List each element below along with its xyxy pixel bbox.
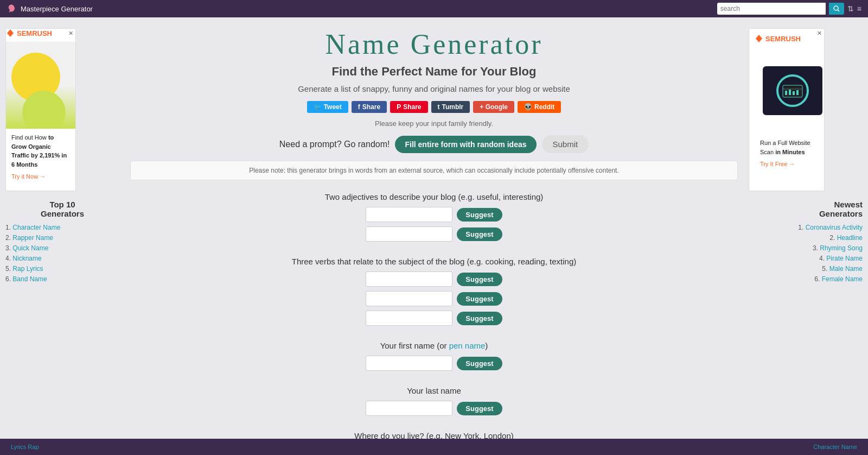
adjective1-suggest-button[interactable]: Suggest	[457, 208, 502, 222]
newest-gen-rank-3: 3.	[813, 244, 820, 252]
tweet-button[interactable]: 🐦 Tweet	[307, 101, 348, 113]
character-name-link[interactable]: Character Name	[813, 444, 857, 450]
verb1-suggest-button[interactable]: Suggest	[457, 273, 502, 286]
top-gen-rank-1: 1.	[5, 224, 12, 231]
newest-gen-item-6: 6. Female Name	[749, 275, 863, 283]
newest-gen-link-5[interactable]: Male Name	[829, 265, 863, 273]
newest-gen-rank-4: 4.	[819, 255, 826, 262]
top-gen-rank-3: 3.	[5, 244, 12, 252]
top-gen-link-1[interactable]: Character Name	[12, 224, 60, 231]
header: Masterpiece Generator ⇅ ≡	[0, 0, 868, 17]
google-button[interactable]: + Google	[473, 101, 514, 113]
adjective1-row: Suggest	[130, 207, 738, 222]
newest-gen-link-6[interactable]: Female Name	[822, 275, 863, 283]
pinterest-share-label: Share	[403, 103, 421, 111]
search-input[interactable]	[717, 3, 826, 15]
adjective2-input[interactable]	[366, 226, 452, 242]
ad-text-left: Find out How to Grow Organic Traffic by …	[6, 129, 75, 173]
menu-icon[interactable]: ≡	[857, 4, 861, 13]
firstname-label-suffix: )	[485, 341, 488, 350]
verb1-row: Suggest	[130, 271, 738, 287]
semrush-logo-right: SEMRUSH	[755, 34, 819, 43]
page-description: Generate a list of snappy, funny and ori…	[130, 84, 738, 93]
search-icon	[833, 5, 840, 12]
top-gen-link-5[interactable]: Rap Lyrics	[12, 265, 43, 273]
top-gen-item-4: 4. Nickname	[5, 255, 119, 262]
social-buttons: 🐦 Tweet f Share P Share t Tumblr + Googl…	[130, 101, 738, 113]
adjective1-input[interactable]	[366, 207, 452, 222]
verbs-section: Three verbs that relate to the subject o…	[130, 257, 738, 326]
page-title: Name Generator	[130, 28, 738, 60]
verb2-suggest-button[interactable]: Suggest	[457, 292, 502, 306]
verb1-input[interactable]	[366, 271, 452, 287]
semrush-ad-right: SEMRUSH	[749, 29, 824, 177]
top-gen-link-3[interactable]: Quick Name	[12, 244, 48, 252]
header-right: ⇅ ≡	[717, 3, 861, 15]
bottom-bar-right: Character Name	[813, 444, 857, 450]
logo: Masterpiece Generator	[7, 4, 93, 14]
pen-name-link[interactable]: pen name	[449, 341, 486, 350]
adjective2-suggest-button[interactable]: Suggest	[457, 228, 502, 241]
reddit-icon: 👽	[524, 103, 532, 111]
svg-point-0	[834, 6, 838, 10]
newest-gen-link-2[interactable]: Headline	[837, 234, 863, 242]
right-ad-close[interactable]: ✕	[817, 30, 822, 37]
newest-gen-link-1[interactable]: Coronavirus Activity	[806, 224, 863, 231]
firstname-label-prefix: Your first name (or	[380, 341, 449, 350]
firstname-suggest-button[interactable]: Suggest	[457, 357, 502, 370]
random-ideas-button[interactable]: Fill entire form with random ideas	[395, 136, 536, 153]
top-gen-link-6[interactable]: Band Name	[12, 275, 47, 283]
pinterest-share-button[interactable]: P Share	[390, 101, 427, 113]
right-ad-box: ✕ SEMRUSH	[749, 28, 825, 191]
search-button[interactable]	[829, 3, 844, 15]
ad-try-link-left[interactable]: Try it Now →	[6, 173, 75, 184]
lyrics-rap-link[interactable]: Lyrics Rap	[11, 444, 39, 450]
twitter-icon: 🐦	[314, 103, 322, 111]
semrush-icon-left	[6, 29, 15, 37]
bottom-bar-left: Lyrics Rap	[11, 444, 39, 450]
newest-gen-link-3[interactable]: Rhyming Song	[820, 244, 863, 252]
newest-gen-link-4[interactable]: Pirate Name	[826, 255, 863, 262]
facebook-share-button[interactable]: f Share	[352, 101, 387, 113]
verb3-suggest-button[interactable]: Suggest	[457, 312, 502, 325]
newest-generators-list: 1. Coronavirus Activity 2. Headline 3. R…	[749, 224, 863, 283]
top-generators: Top 10Generators 1. Character Name 2. Ra…	[5, 200, 119, 283]
ad-try-link-right[interactable]: Try It Free →	[755, 161, 819, 172]
top-gen-item-2: 2. Rapper Name	[5, 234, 119, 242]
adjectives-label: Two adjectives to describe your blog (e.…	[130, 192, 738, 201]
logo-text: Masterpiece Generator	[21, 5, 93, 13]
sort-icon[interactable]: ⇅	[847, 4, 854, 13]
newest-gen-rank-5: 5.	[822, 265, 829, 273]
newest-generators: NewestGenerators 1. Coronavirus Activity…	[749, 200, 863, 283]
page-subtitle: Find the Perfect Name for Your Blog	[130, 65, 738, 79]
left-ad-box: ✕ SEMRUSH Find out How to Grow Organic T…	[5, 28, 76, 191]
lastname-label: Your last name	[130, 386, 738, 395]
top-gen-link-2[interactable]: Rapper Name	[12, 234, 53, 242]
verb3-input[interactable]	[366, 311, 452, 326]
ad-circle-green	[22, 91, 66, 129]
verbs-label: Three verbs that relate to the subject o…	[130, 257, 738, 266]
tumblr-button[interactable]: t Tumblr	[431, 101, 470, 113]
firstname-section: Your first name (or pen name) Suggest	[130, 341, 738, 371]
svg-marker-3	[756, 35, 762, 42]
semrush-logo-left: SEMRUSH	[6, 29, 75, 37]
adjective2-row: Suggest	[130, 226, 738, 242]
lastname-input[interactable]	[366, 401, 452, 416]
top-gen-rank-4: 4.	[5, 255, 12, 262]
submit-button[interactable]: Submit	[542, 135, 589, 153]
reddit-button[interactable]: 👽 Reddit	[518, 101, 561, 113]
left-ad-close[interactable]: ✕	[68, 30, 73, 37]
facebook-share-label: Share	[362, 103, 380, 111]
top-generators-list: 1. Character Name 2. Rapper Name 3. Quic…	[5, 224, 119, 283]
dashboard-circle	[776, 74, 809, 107]
pinterest-icon: P	[397, 103, 401, 111]
main-content: Name Generator Find the Perfect Name for…	[119, 28, 749, 455]
top-gen-link-4[interactable]: Nickname	[12, 255, 41, 262]
prompt-bar: Need a prompt? Go random! Fill entire fo…	[130, 135, 738, 153]
verb2-input[interactable]	[366, 291, 452, 306]
newest-gen-rank-1: 1.	[798, 224, 805, 231]
lastname-suggest-button[interactable]: Suggest	[457, 402, 502, 415]
firstname-input[interactable]	[366, 356, 452, 371]
right-sidebar: ✕ SEMRUSH	[749, 28, 863, 455]
top-gen-rank-2: 2.	[5, 234, 12, 242]
